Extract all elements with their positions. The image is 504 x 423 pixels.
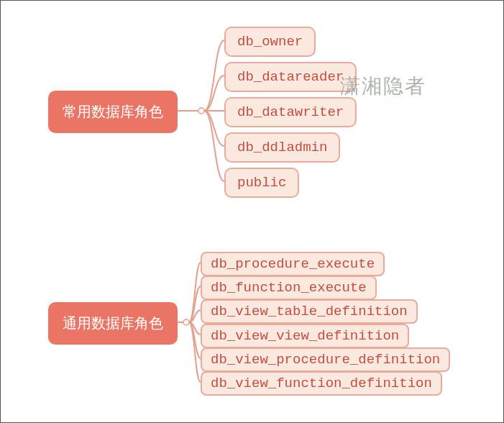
child-node: db_view_procedure_definition [201, 347, 450, 372]
child-node: db_ddladmin [224, 132, 340, 163]
root-node-common-db-roles: 常用数据库角色 [48, 91, 178, 133]
diagram-canvas: 常用数据库角色 db_owner db_datareader db_datawr… [1, 1, 503, 422]
child-node: db_view_function_definition [201, 371, 442, 396]
child-node: db_owner [224, 27, 316, 57]
root-node-generic-db-roles: 通用数据库角色 [48, 302, 178, 345]
svg-point-1 [183, 319, 189, 325]
svg-point-0 [198, 108, 204, 114]
child-node: db_view_table_definition [201, 299, 418, 324]
child-node: public [224, 168, 299, 198]
child-node: db_datawriter [224, 97, 357, 127]
child-node: db_datareader [224, 62, 357, 92]
child-node: db_view_view_definition [201, 324, 409, 348]
child-node: db_procedure_execute [201, 252, 385, 276]
child-node: db_function_execute [201, 276, 377, 300]
